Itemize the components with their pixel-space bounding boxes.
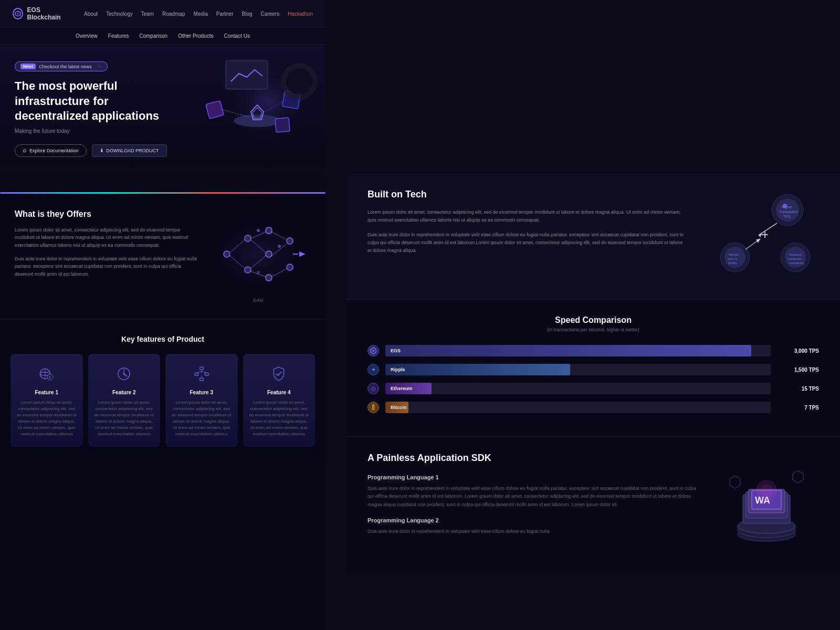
- badge-text: Checkout the latest news: [39, 64, 92, 69]
- download-icon: ⬇: [100, 148, 104, 153]
- ripple-coin-icon: ✦: [368, 364, 379, 375]
- download-label: DOWNLOAD PRODUCT: [107, 148, 159, 153]
- svg-text:communic...: communic...: [788, 257, 805, 260]
- feature-3-title: Feature 3: [172, 390, 232, 395]
- subnav-other-products[interactable]: Other Products: [178, 33, 213, 39]
- nav-about[interactable]: About: [84, 11, 98, 17]
- nav-careers[interactable]: Careers: [261, 11, 280, 17]
- explore-docs-label: Explore Documentation: [29, 148, 79, 153]
- subnav-contact[interactable]: Contact Us: [224, 33, 249, 39]
- ethereum-bar: Ethereum: [385, 383, 432, 394]
- svg-line-51: [196, 371, 202, 373]
- sdk-lang-1-text: Duis aute irure dolor in reprehenderit i…: [368, 485, 698, 509]
- feature-2-title: Feature 2: [94, 390, 154, 395]
- speed-bar-bitcoin: ₿ Bitcoin 7 TPS: [368, 402, 819, 413]
- feature-card-3: Feature 3 Lorem ipsum dolor sit amet, co…: [165, 354, 238, 447]
- built-content: Built on Tech Lorem ipsum dolor sit amet…: [368, 189, 688, 261]
- left-panel: EOS Blockchain About Technology Team Roa…: [0, 0, 326, 630]
- feature-card-4: Feature 4 Lorem ipsum dolor sit amet, co…: [243, 354, 316, 447]
- ripple-bar-container: Ripple: [385, 364, 771, 375]
- built-diagram: Higher Transaction TPS Shorter time to f…: [704, 189, 819, 284]
- svg-point-15: [224, 251, 230, 257]
- sdk-lang-1-title: Programming Language 1: [368, 474, 698, 480]
- feature-card-1: $ Feature 1 Lorem ipsum dolor sit amet, …: [10, 354, 83, 447]
- nav-roadmap[interactable]: Roadmap: [162, 11, 185, 17]
- svg-point-20: [266, 275, 272, 281]
- top-navigation: EOS Blockchain About Technology Team Roa…: [0, 0, 326, 28]
- dag-label: DAG: [206, 298, 311, 303]
- ethereum-tps: 15 TPS: [777, 386, 819, 392]
- svg-text:Shorter: Shorter: [729, 253, 739, 256]
- hero-subheadline: Making the future today: [15, 128, 311, 134]
- what-section: DAG What is they Offers Lorem ipsum dolo…: [0, 194, 326, 319]
- svg-point-18: [266, 227, 272, 234]
- svg-point-17: [245, 267, 251, 273]
- sdk-section: A Painless Application SDK Programming L…: [346, 436, 840, 573]
- speed-bar-eos: EOS 3,000 TPS: [368, 345, 819, 356]
- svg-rect-47: [195, 373, 198, 375]
- nav-team[interactable]: Team: [141, 11, 154, 17]
- svg-point-91: [760, 484, 773, 497]
- svg-text:TPS: TPS: [783, 215, 791, 218]
- svg-point-34: [257, 229, 260, 232]
- built-on-tech-section: Built on Tech Lorem ipsum dolor sit amet…: [346, 173, 840, 299]
- subnav-features[interactable]: Features: [108, 33, 129, 39]
- feature-1-title: Feature 1: [17, 390, 77, 395]
- badge-arrow-icon: →: [97, 64, 102, 69]
- svg-marker-89: [793, 470, 803, 483]
- built-para1: Lorem ipsum dolor sit amet, consectetur …: [368, 208, 688, 225]
- eos-tps: 3,000 TPS: [777, 348, 819, 354]
- features-grid: $ Feature 1 Lorem ipsum dolor sit amet, …: [10, 354, 315, 447]
- subnav-comparison[interactable]: Comparison: [139, 33, 167, 39]
- svg-point-1: [17, 13, 18, 15]
- feature-4-icon-wrap: [268, 363, 289, 384]
- subnav-overview[interactable]: Overview: [76, 33, 98, 39]
- ethereum-bar-container: Ethereum: [385, 383, 771, 394]
- nav-blog[interactable]: Blog: [242, 11, 253, 17]
- svg-text:Reduced: Reduced: [789, 253, 802, 256]
- sdk-lang-2: Programming Language 2 Duis aute irure d…: [368, 517, 698, 536]
- ripple-bar: Ripple: [385, 364, 570, 375]
- eos-bar-container: EOS: [385, 345, 771, 356]
- svg-point-19: [266, 251, 272, 257]
- speed-bar-ripple: ✦ Ripple 1,500 TPS: [368, 364, 819, 375]
- hero-section: New! Checkout the latest news → The most…: [0, 45, 326, 167]
- svg-text:finality: finality: [728, 261, 737, 265]
- feature-4-desc: Lorem ipsum dolor sit amet, consectetur …: [249, 400, 309, 437]
- bitcoin-coin-icon: ₿: [368, 402, 379, 413]
- ripple-bar-label: Ripple: [391, 367, 405, 372]
- nav-technology[interactable]: Technology: [106, 11, 133, 17]
- bitcoin-bar: Bitcoin: [385, 402, 408, 413]
- download-product-button[interactable]: ⬇ DOWNLOAD PRODUCT: [92, 144, 167, 157]
- speed-subtitle: (in transactions per second, higher is b…: [368, 327, 819, 332]
- feature-4-title: Feature 4: [249, 390, 309, 395]
- nav-items: About Technology Team Roadmap Media Part…: [84, 11, 313, 17]
- sdk-content: A Painless Application SDK Programming L…: [368, 453, 698, 558]
- svg-rect-48: [205, 373, 208, 375]
- feature-3-desc: Lorem ipsum dolor sit amet, consectetur …: [172, 400, 232, 437]
- svg-text:complexity: complexity: [789, 261, 804, 265]
- feature-1-icon-wrap: $: [36, 363, 57, 384]
- svg-text:time to: time to: [728, 257, 738, 260]
- feature-2-icon-wrap: [113, 363, 134, 384]
- bitcoin-tps: 7 TPS: [777, 405, 819, 411]
- logo-area[interactable]: EOS Blockchain: [13, 6, 69, 21]
- feature-3-icon-wrap: [191, 363, 212, 384]
- dag-illustration: DAG: [206, 215, 311, 303]
- eos-bar: EOS: [385, 345, 751, 356]
- svg-point-22: [287, 264, 293, 270]
- nav-partner[interactable]: Partner: [216, 11, 234, 17]
- nav-media[interactable]: Media: [194, 11, 208, 17]
- nav-hackathon[interactable]: Hackathon: [288, 11, 313, 17]
- svg-point-36: [257, 271, 260, 274]
- feature-2-desc: Lorem ipsum dolor sit amet, consectetur …: [94, 400, 154, 437]
- svg-marker-88: [730, 476, 740, 488]
- sdk-title: A Painless Application SDK: [368, 453, 698, 464]
- eos-coin-icon: [368, 345, 379, 356]
- svg-point-76: [372, 350, 374, 352]
- sdk-illustration: WA: [714, 453, 819, 558]
- hero-badge: New! Checkout the latest news →: [15, 61, 108, 71]
- explore-docs-button[interactable]: ⊙ Explore Documentation: [15, 144, 87, 157]
- svg-point-35: [278, 245, 281, 248]
- speed-comparison-section: Speed Comparison (in transactions per se…: [346, 299, 840, 436]
